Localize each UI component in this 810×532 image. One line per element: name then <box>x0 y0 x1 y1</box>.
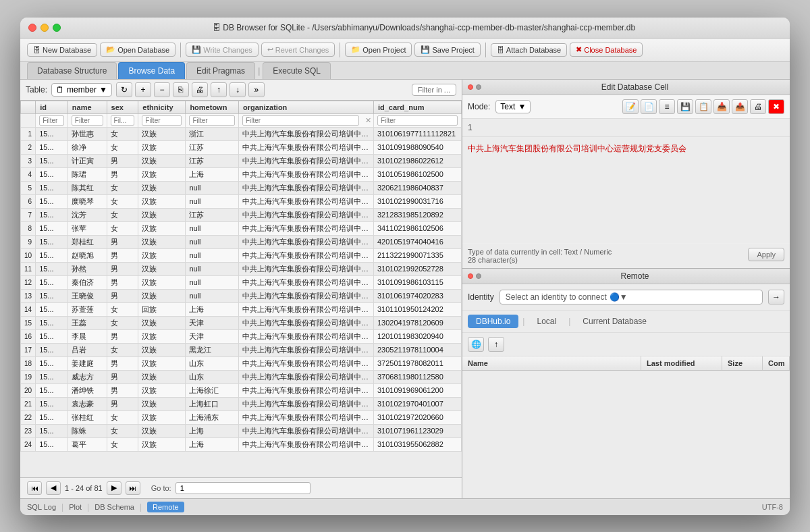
table-cell[interactable]: 3101071961123029 <box>373 424 461 437</box>
table-cell[interactable]: 15... <box>36 140 68 154</box>
col-hometown[interactable]: hometown <box>186 101 239 113</box>
prev-page-button[interactable]: ◀ <box>46 481 61 495</box>
table-cell[interactable]: 黑龙江 <box>186 343 239 356</box>
table-cell[interactable]: 姜建庭 <box>68 356 107 370</box>
table-cell[interactable]: 江苏 <box>186 154 239 167</box>
table-cell[interactable]: 汉族 <box>138 140 186 154</box>
table-cell[interactable]: 汉族 <box>138 262 186 275</box>
table-row[interactable]: 1415...苏萱莲女回族上海中共上海汽车集股份有限公司培训中心高运营规划党支委… <box>21 302 462 316</box>
table-cell[interactable]: 15... <box>36 275 68 289</box>
table-cell[interactable]: 2113221990071335 <box>373 248 461 262</box>
table-cell[interactable]: 中共上海汽车集股份有限公司培训中心管理党支委员会 <box>238 316 373 329</box>
col-sex[interactable]: sex <box>107 101 138 113</box>
add-row-button[interactable]: + <box>135 82 151 97</box>
next-page-button[interactable]: ▶ <box>107 481 122 495</box>
col-name[interactable]: name <box>68 101 107 113</box>
table-cell[interactable]: 陈珺 <box>68 167 107 181</box>
table-cell[interactable]: 汉族 <box>138 343 186 356</box>
table-cell[interactable]: 3101021986022612 <box>373 154 461 167</box>
table-cell[interactable]: 中共上海汽车集股份有限公司培训中心管理学院党支部... <box>238 262 373 275</box>
table-cell[interactable]: 3101051986102500 <box>373 167 461 181</box>
table-cell[interactable]: 1201011983020940 <box>373 329 461 343</box>
table-cell[interactable]: 上海 <box>186 424 239 437</box>
clear-filter-icon[interactable]: ✕ <box>365 116 371 125</box>
open-database-button[interactable]: 📂 Open Database <box>100 43 176 57</box>
edit-icon6[interactable]: 📥 <box>713 99 730 114</box>
edit-icon7[interactable]: 📤 <box>732 99 748 114</box>
table-row[interactable]: 2015...潘绅铁男汉族上海徐汇中共上海汽车集股份有限公司培训中心运营规划党支… <box>21 383 462 397</box>
table-cell[interactable]: 中共上海汽车集股份有限公司培训中心管理党支委员会 <box>238 208 373 221</box>
table-cell[interactable]: null <box>186 235 239 248</box>
table-cell[interactable]: 孙然 <box>68 262 107 275</box>
table-row[interactable]: 315...计正寅男汉族江苏中共上海汽车集股份有限公司培训中心管理学院党支部..… <box>21 154 462 167</box>
edit-icon9[interactable]: ✖ <box>768 99 784 114</box>
table-cell[interactable]: 男 <box>107 397 138 410</box>
table-cell[interactable]: 15... <box>36 316 68 329</box>
table-cell[interactable]: 天津 <box>186 316 239 329</box>
table-cell[interactable]: 3101091988090540 <box>373 140 461 154</box>
bottom-tab-remote[interactable]: Remote <box>147 502 184 512</box>
table-cell[interactable]: 3101091986103115 <box>373 275 461 289</box>
table-cell[interactable]: 葛平 <box>68 437 107 451</box>
table-cell[interactable]: 女 <box>107 316 138 329</box>
table-cell[interactable]: 上海 <box>186 437 239 451</box>
table-cell[interactable]: 汉族 <box>138 154 186 167</box>
edit-icon5[interactable]: 📋 <box>695 99 711 114</box>
table-cell[interactable]: 上海 <box>186 302 239 316</box>
table-cell[interactable]: 李晨 <box>68 329 107 343</box>
table-cell[interactable]: 计正寅 <box>68 154 107 167</box>
table-cell[interactable]: null <box>186 262 239 275</box>
table-cell[interactable]: 女 <box>107 140 138 154</box>
table-cell[interactable]: 苏萱莲 <box>68 302 107 316</box>
table-cell[interactable]: 15... <box>36 424 68 437</box>
table-cell[interactable]: 中共上海汽车集股份有限公司培训中心管理学院党支部... <box>238 167 373 181</box>
table-row[interactable]: 1915...威志方男汉族山东中共上海汽车集股份有限公司培训中心管理党支委员会3… <box>21 370 462 383</box>
table-cell[interactable]: null <box>186 194 239 208</box>
bottom-tab-plot[interactable]: Plot <box>69 503 82 511</box>
identity-connect-button[interactable]: → <box>768 290 784 304</box>
table-cell[interactable]: 2305211978110004 <box>373 343 461 356</box>
filter-id-card[interactable] <box>377 115 458 126</box>
table-cell[interactable]: 女 <box>107 410 138 424</box>
table-cell[interactable]: 中共上海汽车集股份有限公司培训中心运营规划党支部... <box>238 248 373 262</box>
identity-selector[interactable]: Select an identity to connect 🔵▼ <box>500 290 763 304</box>
maximize-button[interactable] <box>53 24 61 32</box>
table-cell[interactable]: 糜晓琴 <box>68 194 107 208</box>
table-cell[interactable]: 中共上海汽车集股份有限公司培训中心管理学院党支部... <box>238 181 373 194</box>
col-id[interactable]: id <box>36 101 68 113</box>
table-cell[interactable]: 3212831985120892 <box>373 208 461 221</box>
table-cell[interactable]: 15... <box>36 437 68 451</box>
table-cell[interactable]: 陈蛛 <box>68 424 107 437</box>
table-cell[interactable]: 男 <box>107 289 138 302</box>
table-cell[interactable]: 15... <box>36 302 68 316</box>
new-database-button[interactable]: 🗄 New Database <box>27 43 97 57</box>
table-cell[interactable]: 上海徐汇 <box>186 383 239 397</box>
more-button[interactable]: » <box>248 82 265 97</box>
table-cell[interactable]: 汉族 <box>138 181 186 194</box>
table-row[interactable]: 615...糜晓琴女汉族null中共上海汽车集股份有限公司培训中心管理党支委员会… <box>21 194 462 208</box>
table-cell[interactable]: 中共上海汽车集股份有限公司培训中心管理学院党支部... <box>238 154 373 167</box>
table-cell[interactable]: 汉族 <box>138 370 186 383</box>
table-cell[interactable]: 男 <box>107 262 138 275</box>
table-row[interactable]: 1215...秦伯济男汉族null中共上海汽车集股份有限公司培训中心管理学院党支… <box>21 275 462 289</box>
col-id-card[interactable]: id_card_num <box>373 101 461 113</box>
refresh-button[interactable]: ↻ <box>116 82 132 97</box>
table-row[interactable]: 1115...孙然男汉族null中共上海汽车集股份有限公司培训中心管理学院党支部… <box>21 262 462 275</box>
table-cell[interactable]: 江苏 <box>186 208 239 221</box>
edit-icon8[interactable]: 🖨 <box>750 99 766 114</box>
table-row[interactable]: 1015...赵晓旭男汉族null中共上海汽车集股份有限公司培训中心运营规划党支… <box>21 248 462 262</box>
table-cell[interactable]: 15... <box>36 194 68 208</box>
table-cell[interactable]: 3101021990031716 <box>373 194 461 208</box>
table-cell[interactable]: 潘绅铁 <box>68 383 107 397</box>
first-page-button[interactable]: ⏮ <box>27 481 42 495</box>
table-cell[interactable]: 15... <box>36 410 68 424</box>
table-row[interactable]: 815...张苹女汉族null中共上海汽车集股份有限公司培训中心管理学院党支部.… <box>21 221 462 235</box>
table-cell[interactable]: 中共上海汽车集股份有限公司培训中心管理学院党支部... <box>238 397 373 410</box>
table-row[interactable]: 1615...李晨男汉族天津中共上海汽车集股份有限公司培训中心管理党支委员会12… <box>21 329 462 343</box>
remote-tab-local[interactable]: Local <box>529 315 564 328</box>
table-cell[interactable]: 15... <box>36 383 68 397</box>
table-row[interactable]: 2415...葛平女汉族上海中共上海汽车集股份有限公司培训中心管理党支委员会31… <box>21 437 462 451</box>
table-cell[interactable]: 孙世惠 <box>68 127 107 140</box>
table-row[interactable]: 2215...张桂红女汉族上海浦东中共上海汽车集股份有限公司培训中心运营规划党支… <box>21 410 462 424</box>
remote-expand[interactable] <box>476 273 481 279</box>
